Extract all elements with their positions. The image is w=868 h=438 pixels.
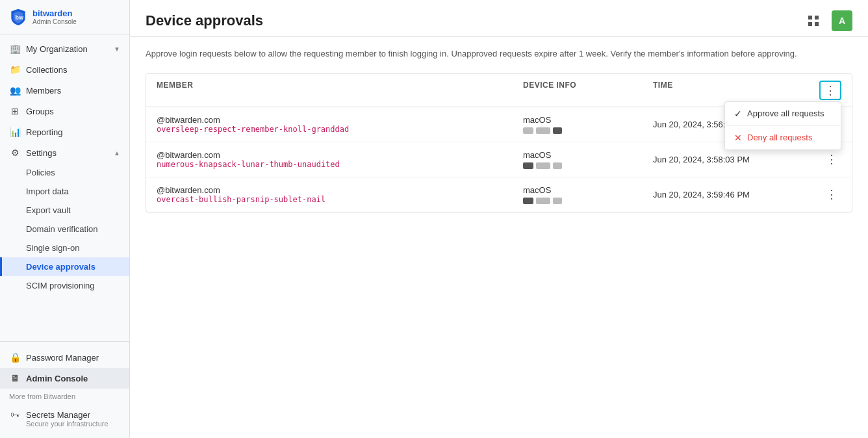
approve-all-button[interactable]: ✓ Approve all requests bbox=[725, 102, 841, 125]
sidebar-item-settings[interactable]: ⚙ Settings ▲ bbox=[0, 142, 129, 163]
secrets-manager-label: Secrets Manager bbox=[26, 410, 90, 420]
logo-name: bitwarden bbox=[32, 8, 77, 19]
more-from-label: More from Bitwarden bbox=[0, 389, 129, 404]
sidebar-item-import-data[interactable]: Import data bbox=[0, 182, 129, 201]
admin-console-label: Admin Console bbox=[26, 374, 120, 383]
member-fingerprint-3: overcast-bullish-parsnip-sublet-nail bbox=[157, 195, 523, 204]
device-cell-1: macOS bbox=[523, 115, 653, 134]
device-blocks-2 bbox=[523, 162, 653, 169]
main-body: Approve login requests below to allow th… bbox=[130, 37, 868, 438]
settings-subnav: Policies Import data Export vault Domain… bbox=[0, 163, 129, 295]
sidebar-item-device-approvals[interactable]: Device approvals bbox=[0, 257, 129, 276]
member-fingerprint-1: oversleep-respect-remember-knoll-grandda… bbox=[157, 125, 523, 134]
sidebar-item-my-organization[interactable]: 🏢 My Organization ▼ bbox=[0, 38, 129, 59]
sidebar-item-scim-provisioning[interactable]: SCIM provisioning bbox=[0, 276, 129, 295]
header-actions: A bbox=[803, 10, 852, 31]
members-label: Members bbox=[26, 86, 120, 96]
lock-icon: 🔒 bbox=[9, 352, 21, 363]
bulk-actions-dropdown: ✓ Approve all requests ✕ Deny all reques… bbox=[724, 101, 841, 150]
member-email-2: @bitwarden.com bbox=[157, 150, 523, 160]
column-header-device: Device info bbox=[523, 81, 653, 100]
apps-grid-icon[interactable] bbox=[803, 10, 824, 31]
table-header: Member Device info Time ⋮ ✓ Approve all … bbox=[146, 74, 852, 107]
sidebar-bottom: 🔒 Password Manager 🖥 Admin Console More … bbox=[0, 341, 129, 438]
device-block bbox=[536, 162, 550, 169]
page-header: Device approvals A bbox=[130, 0, 868, 37]
chevron-down-icon: ▼ bbox=[114, 45, 120, 53]
avatar[interactable]: A bbox=[832, 10, 852, 31]
x-icon: ✕ bbox=[734, 133, 742, 143]
sidebar: bw bitwarden Admin Console 🏢 My Organiza… bbox=[0, 0, 130, 438]
device-cell-2: macOS bbox=[523, 150, 653, 169]
member-email-3: @bitwarden.com bbox=[157, 185, 523, 195]
sidebar-item-reporting[interactable]: 📊 Reporting bbox=[0, 122, 129, 142]
page-title: Device approvals bbox=[146, 12, 263, 29]
row-actions-3: ⋮ bbox=[809, 186, 841, 203]
device-block bbox=[523, 198, 533, 204]
member-email-1: @bitwarden.com bbox=[157, 115, 523, 125]
settings-label: Settings bbox=[26, 148, 114, 158]
users-icon: 👥 bbox=[9, 85, 21, 96]
page-description: Approve login requests below to allow th… bbox=[146, 47, 852, 60]
sidebar-item-export-vault[interactable]: Export vault bbox=[0, 201, 129, 220]
device-block bbox=[553, 127, 562, 134]
main-content-area: Device approvals A Approve login request… bbox=[130, 0, 868, 438]
svg-rect-2 bbox=[815, 16, 819, 19]
column-header-time: Time bbox=[653, 81, 809, 100]
reporting-label: Reporting bbox=[26, 127, 120, 137]
sidebar-nav: 🏢 My Organization ▼ 📁 Collections 👥 Memb… bbox=[0, 34, 129, 341]
time-cell-3: Jun 20, 2024, 3:59:46 PM bbox=[653, 190, 809, 200]
bitwarden-logo-icon: bw bbox=[9, 8, 27, 26]
password-manager-label: Password Manager bbox=[26, 353, 120, 363]
member-cell-3: @bitwarden.com overcast-bullish-parsnip-… bbox=[157, 185, 523, 204]
sidebar-item-password-manager[interactable]: 🔒 Password Manager bbox=[0, 347, 129, 368]
sidebar-item-collections[interactable]: 📁 Collections bbox=[0, 59, 129, 80]
svg-text:bw: bw bbox=[16, 14, 23, 21]
device-block bbox=[536, 127, 550, 134]
member-cell-2: @bitwarden.com numerous-knapsack-lunar-t… bbox=[157, 150, 523, 169]
device-type-3: macOS bbox=[523, 185, 653, 195]
table-row: @bitwarden.com overcast-bullish-parsnip-… bbox=[146, 177, 852, 212]
svg-rect-4 bbox=[815, 22, 819, 26]
column-header-member: Member bbox=[157, 81, 523, 100]
collections-label: Collections bbox=[26, 65, 120, 75]
my-org-label: My Organization bbox=[26, 44, 114, 54]
sidebar-item-policies[interactable]: Policies bbox=[0, 163, 129, 182]
sidebar-item-secrets-manager[interactable]: 🗝 Secrets Manager Secure your infrastruc… bbox=[0, 404, 129, 433]
check-icon: ✓ bbox=[734, 109, 742, 119]
gear-icon: ⚙ bbox=[9, 148, 21, 158]
sidebar-item-members[interactable]: 👥 Members bbox=[0, 80, 129, 101]
chevron-up-icon: ▲ bbox=[114, 149, 120, 157]
chart-icon: 📊 bbox=[9, 127, 21, 137]
member-cell-1: @bitwarden.com oversleep-respect-remembe… bbox=[157, 115, 523, 134]
sidebar-item-groups[interactable]: ⊞ Groups bbox=[0, 101, 129, 122]
device-type-2: macOS bbox=[523, 150, 653, 160]
deny-all-label: Deny all requests bbox=[747, 133, 812, 142]
device-block bbox=[523, 127, 533, 134]
row-more-button-3[interactable]: ⋮ bbox=[822, 186, 841, 203]
device-block bbox=[536, 198, 550, 204]
time-cell-2: Jun 20, 2024, 3:58:03 PM bbox=[653, 155, 809, 164]
deny-all-button[interactable]: ✕ Deny all requests bbox=[725, 126, 841, 149]
terminal-icon: 🖥 bbox=[9, 373, 21, 383]
row-more-button-2[interactable]: ⋮ bbox=[822, 151, 841, 168]
approve-all-label: Approve all requests bbox=[747, 109, 824, 118]
groups-label: Groups bbox=[26, 107, 120, 116]
svg-rect-3 bbox=[808, 22, 812, 26]
member-fingerprint-2: numerous-knapsack-lunar-thumb-unaudited bbox=[157, 160, 523, 169]
device-type-1: macOS bbox=[523, 115, 653, 125]
bulk-actions-button[interactable]: ⋮ bbox=[819, 81, 841, 100]
secrets-icon: 🗝 bbox=[9, 409, 21, 420]
device-blocks-3 bbox=[523, 198, 653, 204]
sidebar-item-admin-console[interactable]: 🖥 Admin Console bbox=[0, 368, 129, 389]
device-blocks-1 bbox=[523, 127, 653, 134]
device-block bbox=[553, 162, 562, 169]
svg-rect-1 bbox=[808, 16, 812, 19]
groups-icon: ⊞ bbox=[9, 106, 21, 116]
approvals-table: Member Device info Time ⋮ ✓ Approve all … bbox=[146, 73, 852, 213]
sidebar-item-single-sign-on[interactable]: Single sign-on bbox=[0, 238, 129, 257]
device-cell-3: macOS bbox=[523, 185, 653, 204]
row-actions-2: ⋮ bbox=[809, 151, 841, 168]
sidebar-item-domain-verification[interactable]: Domain verification bbox=[0, 220, 129, 238]
building-icon: 🏢 bbox=[9, 44, 21, 54]
